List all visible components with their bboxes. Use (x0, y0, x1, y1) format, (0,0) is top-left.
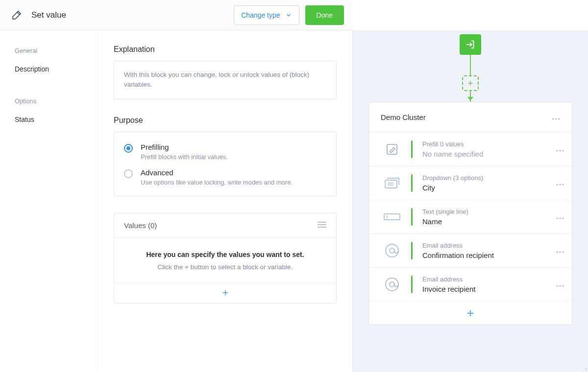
cluster-row[interactable]: Dropdown (3 options)City (369, 166, 572, 200)
dropdown-icon (381, 176, 403, 190)
done-button[interactable]: Done (305, 5, 344, 25)
row-menu-button[interactable] (554, 177, 566, 189)
svg-point-17 (556, 184, 558, 185)
cluster-row[interactable]: Prefill 0 valuesNo name specified (369, 133, 572, 166)
svg-point-25 (386, 244, 398, 257)
chevron-down-icon (285, 12, 292, 19)
done-label: Done (317, 11, 333, 19)
dots-icon (556, 150, 564, 152)
radio-icon (124, 144, 133, 153)
svg-point-19 (562, 184, 564, 185)
row-accent-bar (411, 174, 413, 192)
svg-point-31 (390, 282, 394, 287)
row-meta: Email address (422, 276, 554, 283)
svg-point-33 (559, 285, 561, 286)
row-menu-button[interactable] (554, 245, 566, 256)
row-accent-bar (411, 276, 413, 293)
svg-point-8 (555, 118, 557, 119)
radio-desc: Use options like value locking, write mo… (141, 179, 293, 186)
cluster-menu-button[interactable] (550, 111, 562, 123)
purpose-card: PrefillingPrefill blocks with initial va… (114, 132, 337, 196)
nav-group-options: Options (0, 93, 98, 109)
svg-point-23 (559, 217, 561, 219)
edit-icon (381, 142, 403, 157)
editor-content: Explanation With this block you can chan… (98, 30, 352, 372)
row-accent-bar (411, 140, 413, 158)
svg-point-30 (386, 278, 398, 291)
side-add-button[interactable]: + (576, 367, 588, 372)
dots-icon (556, 285, 564, 287)
purpose-option-prefilling[interactable]: PrefillingPrefill blocks with initial va… (124, 143, 326, 161)
nav-group-general: General (0, 43, 98, 58)
row-meta: Text (single line) (422, 208, 554, 215)
svg-rect-14 (385, 180, 397, 188)
dots-icon (552, 118, 560, 120)
nav-item-description[interactable]: Description (0, 58, 98, 80)
entry-node[interactable] (460, 34, 481, 55)
values-empty-sub: Click the + button to select a block or … (124, 263, 326, 271)
row-name: Name (422, 217, 554, 226)
insert-node-button[interactable] (462, 75, 479, 91)
cluster-row[interactable]: Text (single line)Name (369, 200, 572, 234)
panel-header: Set value Change type Done (0, 0, 353, 30)
cluster-card: Demo Cluster Prefill 0 valuesNo name spe… (368, 102, 572, 325)
email-icon (381, 277, 403, 292)
edit-icon (11, 9, 23, 21)
cluster-add-button[interactable] (369, 301, 572, 325)
radio-icon (124, 169, 133, 178)
radio-label: Prefilling (141, 143, 228, 151)
svg-point-27 (556, 251, 558, 253)
svg-point-24 (562, 217, 564, 219)
svg-point-18 (559, 184, 561, 185)
row-accent-bar (411, 242, 413, 259)
purpose-option-advanced[interactable]: AdvancedUse options like value locking, … (124, 168, 326, 186)
enter-icon (465, 39, 476, 50)
purpose-title: Purpose (114, 116, 337, 125)
cluster-row[interactable]: Email addressInvoice recipient (369, 268, 572, 301)
svg-point-28 (559, 251, 561, 253)
values-empty-title: Here you can specify the values you want… (124, 251, 326, 258)
row-accent-bar (411, 208, 413, 226)
row-menu-button[interactable] (554, 279, 566, 290)
dots-icon (556, 184, 564, 186)
change-type-button[interactable]: Change type (234, 5, 299, 25)
svg-point-9 (558, 118, 560, 119)
svg-point-26 (390, 248, 394, 253)
row-menu-button[interactable] (554, 211, 566, 223)
side-nav: General Description Options Status (0, 30, 98, 372)
svg-point-29 (562, 251, 564, 253)
row-meta: Prefill 0 values (422, 140, 554, 148)
row-meta: Email address (422, 242, 554, 249)
values-title: Values (0) (124, 221, 157, 230)
svg-point-12 (559, 150, 561, 151)
menu-icon[interactable] (318, 221, 326, 230)
radio-label: Advanced (141, 168, 293, 177)
explanation-card: With this block you can change, lock or … (114, 61, 337, 99)
change-type-label: Change type (241, 11, 280, 19)
cluster-title: Demo Cluster (381, 113, 426, 121)
editor-panel: General Description Options Status Expla… (0, 30, 353, 372)
svg-point-11 (556, 150, 558, 151)
svg-point-7 (552, 118, 554, 119)
values-card: Values (0) Here you can specify the valu… (114, 213, 337, 303)
explanation-title: Explanation (114, 45, 337, 54)
email-icon (381, 243, 403, 258)
values-add-button[interactable] (114, 282, 336, 303)
svg-point-32 (556, 285, 558, 286)
svg-point-22 (556, 217, 558, 219)
plus-icon (467, 80, 474, 87)
svg-point-34 (562, 285, 564, 286)
plus-icon (466, 309, 475, 318)
dots-icon (556, 217, 564, 219)
row-menu-button[interactable] (554, 143, 566, 155)
row-name: Confirmation recipient (422, 251, 554, 259)
plus-icon (221, 289, 229, 297)
text-icon (381, 212, 403, 222)
row-name: City (422, 184, 554, 192)
panel-title: Set value (31, 10, 66, 20)
cluster-row[interactable]: Email addressConfirmation recipient (369, 234, 572, 268)
svg-rect-20 (384, 214, 400, 220)
row-name: Invoice recipient (422, 285, 554, 293)
flow-canvas: Demo Cluster Prefill 0 valuesNo name spe… (353, 30, 588, 372)
nav-item-status[interactable]: Status (0, 109, 98, 130)
